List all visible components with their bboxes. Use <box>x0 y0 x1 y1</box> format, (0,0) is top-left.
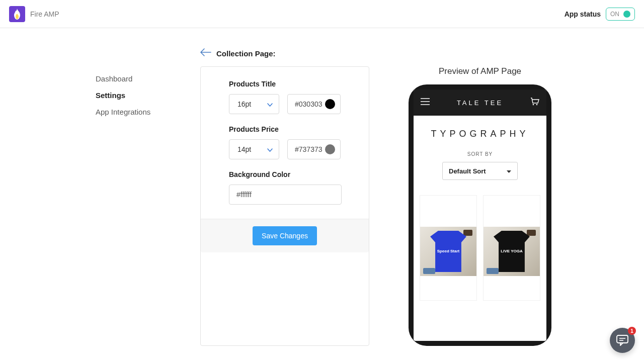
store-name: TALE TEE <box>457 99 503 107</box>
chevron-down-icon <box>267 145 273 153</box>
products-price-size-select[interactable]: 14pt <box>229 139 279 159</box>
caret-down-icon <box>507 167 511 175</box>
chat-notification-badge: 1 <box>628 327 636 335</box>
card-footer: Save Changes <box>201 219 369 252</box>
sort-select[interactable]: Default Sort <box>442 162 518 180</box>
breadcrumb: Collection Page: <box>200 48 644 58</box>
products-title-label: Products Title <box>229 80 341 88</box>
color-swatch-icon <box>325 144 335 154</box>
sidebar-item-dashboard[interactable]: Dashboard <box>96 70 150 87</box>
preview-column: Preview of AMP Page TALE TEE TYPOGRAPHY … <box>399 66 560 346</box>
phone-frame: TALE TEE TYPOGRAPHY SORT BY Default Sort <box>409 84 551 346</box>
background-color-input[interactable] <box>229 185 342 205</box>
color-swatch-icon <box>325 99 335 109</box>
back-arrow-icon[interactable] <box>200 48 211 58</box>
flame-icon <box>13 9 22 20</box>
product-card[interactable]: Speed Start <box>420 195 477 301</box>
store-header: TALE TEE <box>414 89 546 116</box>
app-status: App status ON <box>565 8 635 21</box>
svg-rect-2 <box>617 335 628 343</box>
save-changes-button[interactable]: Save Changes <box>253 226 317 245</box>
products-price-label: Products Price <box>229 125 341 133</box>
cart-icon[interactable] <box>530 98 539 108</box>
background-color-label: Background Color <box>229 170 341 178</box>
sidebar-item-app-integrations[interactable]: App Integrations <box>96 104 150 120</box>
collection-heading: TYPOGRAPHY <box>418 129 542 139</box>
app-logo <box>9 6 25 22</box>
chat-widget-button[interactable]: 1 <box>610 328 635 353</box>
sidebar-item-settings[interactable]: Settings <box>96 87 150 104</box>
svg-point-1 <box>536 104 538 106</box>
page-title: Collection Page: <box>216 49 276 58</box>
products-price-color-input[interactable]: #737373 <box>287 139 341 159</box>
store-body: TYPOGRAPHY SORT BY Default Sort Speed St… <box>414 116 546 341</box>
settings-card: Products Title 16pt #030303 Products <box>200 66 369 346</box>
status-indicator-icon <box>623 11 630 18</box>
phone-screen: TALE TEE TYPOGRAPHY SORT BY Default Sort <box>414 89 546 341</box>
products-title-group: Products Title 16pt #030303 <box>229 80 341 114</box>
products-price-group: Products Price 14pt #737373 <box>229 125 341 159</box>
products-title-color-input[interactable]: #030303 <box>287 94 341 114</box>
product-card[interactable]: LIVE YOGA <box>483 195 540 301</box>
chevron-down-icon <box>267 100 273 108</box>
product-image: LIVE YOGA <box>484 227 540 276</box>
chat-icon <box>616 335 628 346</box>
svg-point-0 <box>533 104 534 106</box>
brand: Fire AMP <box>9 6 59 22</box>
product-image: Speed Start <box>420 227 476 276</box>
status-toggle[interactable]: ON <box>606 8 635 21</box>
background-color-group: Background Color <box>229 170 341 205</box>
hamburger-icon[interactable] <box>421 98 430 107</box>
products-title-size-select[interactable]: 16pt <box>229 94 279 114</box>
status-text: ON <box>610 11 619 18</box>
top-bar: Fire AMP App status ON <box>0 0 644 28</box>
sort-by-label: SORT BY <box>418 151 542 157</box>
status-label: App status <box>565 10 601 18</box>
preview-title: Preview of AMP Page <box>399 66 560 76</box>
app-name: Fire AMP <box>30 10 59 18</box>
product-grid: Speed Start LIVE YOGA <box>418 195 542 301</box>
